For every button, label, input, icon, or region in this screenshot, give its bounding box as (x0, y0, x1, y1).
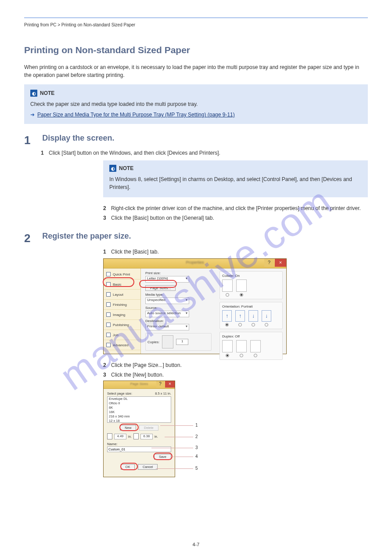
step2-item1: Click the [Basic] tab. (111, 249, 159, 255)
callout-lead-2 (165, 437, 193, 437)
ok-button[interactable]: OK (121, 464, 135, 470)
list-item[interactable]: Envelope DL (108, 397, 171, 401)
step2-item1-num: 1 (103, 249, 111, 255)
orientation-label: Orientation: Portrait (222, 305, 280, 308)
duplex-long-icon[interactable] (236, 340, 247, 352)
duplex-short-icon[interactable] (250, 340, 261, 352)
sidebar-item-basic[interactable]: Basic (104, 279, 140, 290)
collate-icon-on[interactable] (236, 279, 247, 292)
step1-item3-num: 3 (103, 215, 111, 221)
step1-item1: Click [Start] button on the Windows, and… (49, 150, 220, 156)
copies-preview-icon (162, 335, 173, 348)
sidebar-item-quickprint[interactable]: Quick Print (104, 269, 140, 279)
name-input[interactable] (107, 446, 171, 452)
step1-number: 1 (24, 134, 41, 147)
dialog-titlebar[interactable]: Properties ? × (104, 259, 286, 268)
page-sizes-dialog: Page Sizes ? × Select page size: 8.5 x 1… (103, 381, 175, 477)
page-size-list[interactable]: Envelope DL Oficio II 8K 16K 216 x 340 m… (107, 396, 171, 423)
collate-label: Collate: On (222, 274, 280, 278)
note-title: NOTE (40, 90, 54, 96)
callout-lead-5 (156, 468, 193, 469)
dialog-sidebar: Quick Print Basic Layout Finishing Imagi… (104, 268, 141, 354)
sidebar-item-advanced[interactable]: Advanced (104, 340, 140, 350)
destination-select[interactable]: Printer default (145, 324, 189, 330)
height-icon (133, 433, 139, 439)
arrow-icon: ➜ (30, 112, 35, 118)
height-input[interactable]: 6.38 (140, 434, 153, 439)
layout-icon (106, 292, 111, 297)
select-page-size-dims: 8.5 x 11 in. (155, 392, 171, 395)
finishing-icon (106, 302, 111, 307)
list-item[interactable]: Oficio II (108, 401, 171, 406)
note-icon: ◐ (109, 165, 116, 172)
step1-item1-num: 1 (41, 150, 49, 156)
close-button[interactable]: × (165, 381, 175, 388)
note-bullet: Check the paper size and media type load… (30, 100, 362, 108)
copies-label: Copies: (147, 340, 159, 344)
sidebar-item-finishing[interactable]: Finishing (104, 300, 140, 310)
width-unit: in. (128, 435, 132, 439)
height-unit: in. (155, 435, 158, 439)
note-link[interactable]: Paper Size and Media Type for the Multi … (37, 112, 235, 118)
inner-note-title: NOTE (119, 165, 133, 171)
list-item[interactable]: 8K (108, 406, 171, 410)
callout-lead-3 (151, 448, 193, 448)
dialog2-titlebar[interactable]: Page Sizes ? × (104, 381, 175, 389)
quickprint-icon (106, 272, 111, 276)
sidebar-item-publishing[interactable]: Publishing (104, 320, 140, 330)
step2-item2: Click the [Page Size...] button. (111, 362, 182, 368)
job-icon (106, 333, 111, 337)
width-input[interactable]: 4.49 (114, 434, 126, 439)
step1-title: Display the screen. (42, 134, 114, 143)
basic-icon (106, 282, 111, 287)
orientation-rot1-icon[interactable]: ↓ (248, 310, 258, 322)
list-item[interactable]: 16K (108, 410, 171, 414)
sidebar-item-layout[interactable]: Layout (104, 290, 140, 300)
callout-lead-1 (160, 425, 193, 426)
page-sizes-button[interactable]: Page Sizes... (145, 285, 176, 291)
dialog-title: Properties (186, 260, 204, 265)
step1-item2: Right-click the printer driver icon of t… (111, 205, 361, 211)
step2-item3-num: 3 (103, 372, 111, 378)
duplex-label: Duplex: Off (222, 334, 280, 338)
list-item[interactable]: 12 x 18 (108, 419, 171, 423)
inner-note-text: In Windows 8, select [Settings] in charm… (109, 175, 362, 191)
list-item[interactable]: 216 x 340 mm (108, 414, 171, 419)
imaging-icon (106, 312, 111, 317)
callout-3: 3 (195, 445, 198, 450)
note-icon: ◐ (30, 90, 37, 97)
page-number: 4-7 (0, 542, 392, 547)
duplex-off-icon[interactable] (222, 340, 233, 352)
print-size-select[interactable]: Letter [100%] (145, 276, 189, 283)
select-page-size-label: Select page size: (107, 392, 132, 395)
source-select[interactable]: Auto source selection (145, 311, 189, 317)
help-button[interactable]: ? (156, 381, 164, 388)
dialog2-title: Page Sizes (130, 382, 148, 386)
orientation-rot2-icon[interactable]: ↓ (262, 310, 271, 322)
help-button[interactable]: ? (264, 259, 274, 267)
width-icon (107, 433, 112, 439)
cancel-button[interactable]: Cancel (138, 464, 158, 470)
delete-button[interactable]: Delete (139, 425, 158, 431)
save-button[interactable]: Save (154, 454, 171, 460)
step2-item3: Click the [New] button. (111, 372, 164, 378)
publishing-icon (106, 323, 111, 327)
step2-title: Register the paper size. (42, 232, 131, 241)
sidebar-item-imaging[interactable]: Imaging (104, 310, 140, 320)
sidebar-item-job[interactable]: Job (104, 330, 140, 340)
section-title: Printing on Non-standard Sized Paper (24, 45, 368, 55)
advanced-icon (106, 343, 111, 347)
callout-2: 2 (195, 434, 198, 439)
print-properties-dialog: Properties ? × Quick Print Basic Layout … (103, 258, 287, 354)
copies-input[interactable]: 1 (176, 339, 188, 345)
callout-5: 5 (195, 466, 198, 471)
step1-item3: Click the [Basic] button on the [General… (111, 215, 214, 221)
new-button[interactable]: New (120, 425, 136, 431)
media-type-select[interactable]: Unspecified (145, 297, 189, 304)
collate-icon-off[interactable] (222, 279, 233, 292)
step2-number: 2 (24, 232, 41, 245)
step2-item2-num: 2 (103, 362, 111, 368)
orientation-portrait-icon[interactable]: ↑ (222, 310, 232, 322)
orientation-landscape-icon[interactable]: ↑ (235, 310, 245, 322)
close-button[interactable]: × (275, 259, 286, 267)
